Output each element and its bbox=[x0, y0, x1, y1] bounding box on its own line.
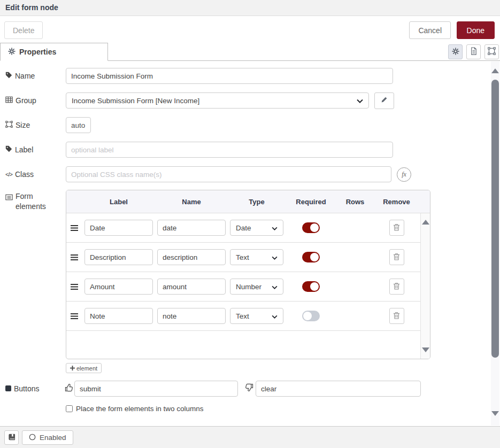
chevron-down-icon bbox=[357, 97, 363, 105]
add-element-button[interactable]: element bbox=[66, 363, 102, 373]
element-name-input[interactable] bbox=[157, 249, 226, 265]
element-type-select[interactable]: Number bbox=[230, 279, 283, 295]
two-columns-checkbox[interactable] bbox=[66, 405, 73, 412]
thumbs-down-icon bbox=[245, 383, 253, 394]
remove-element-button[interactable] bbox=[389, 220, 404, 236]
edit-group-button[interactable] bbox=[374, 92, 394, 109]
appearance-icon bbox=[488, 47, 496, 57]
two-columns-label: Place the form elements in two columns bbox=[76, 405, 204, 413]
drag-handle-icon[interactable] bbox=[66, 225, 82, 231]
chevron-down-icon bbox=[272, 224, 278, 232]
footer-bar: Enabled bbox=[0, 426, 500, 448]
remove-element-button[interactable] bbox=[389, 308, 404, 324]
scrollbar-thumb[interactable] bbox=[491, 80, 499, 358]
name-input[interactable] bbox=[66, 68, 393, 84]
dialog-title: Edit form node bbox=[0, 0, 500, 16]
properties-gear-button[interactable] bbox=[448, 44, 463, 59]
scroll-up-icon[interactable] bbox=[491, 68, 499, 73]
pencil-icon bbox=[381, 96, 388, 105]
edit-form-node-dialog: Edit form node Delete Cancel Done Proper… bbox=[0, 0, 500, 448]
done-button[interactable]: Done bbox=[457, 21, 495, 39]
document-icon bbox=[470, 47, 478, 57]
add-element-label: element bbox=[76, 365, 97, 372]
list-icon bbox=[5, 193, 13, 203]
buttons-field-label: Buttons bbox=[14, 384, 39, 393]
remove-element-button[interactable] bbox=[389, 249, 404, 265]
book-icon bbox=[8, 434, 16, 442]
group-field-label: Group bbox=[16, 96, 36, 105]
code-icon: </> bbox=[5, 171, 12, 177]
element-name-input[interactable] bbox=[157, 308, 226, 324]
drag-handle-icon[interactable] bbox=[66, 254, 82, 260]
chevron-down-icon bbox=[272, 312, 278, 320]
element-label-input[interactable] bbox=[84, 249, 153, 265]
action-bar: Delete Cancel Done bbox=[0, 17, 500, 43]
element-label-input[interactable] bbox=[84, 220, 153, 236]
delete-button[interactable]: Delete bbox=[4, 21, 43, 39]
label-input[interactable] bbox=[66, 142, 393, 158]
trash-icon bbox=[393, 223, 400, 233]
description-button[interactable] bbox=[466, 44, 481, 59]
chevron-down-icon bbox=[272, 253, 278, 261]
required-toggle[interactable] bbox=[302, 311, 320, 321]
appearance-button[interactable] bbox=[484, 44, 499, 59]
element-label-input[interactable] bbox=[84, 279, 153, 295]
drag-handle-icon[interactable] bbox=[66, 284, 82, 290]
col-required: Required bbox=[286, 198, 336, 206]
form-elements-table: Label Name Type Required Rows Remove D bbox=[66, 190, 430, 359]
enabled-toggle-button[interactable]: Enabled bbox=[22, 430, 73, 445]
element-row: Number bbox=[66, 272, 430, 302]
element-row: Text bbox=[66, 243, 430, 272]
col-name: Name bbox=[155, 198, 228, 206]
element-type-value: Text bbox=[236, 312, 249, 320]
name-field-label-row: Name bbox=[5, 72, 63, 80]
col-remove: Remove bbox=[374, 198, 419, 206]
size-input[interactable] bbox=[66, 117, 91, 133]
element-row: Date bbox=[66, 213, 430, 243]
cancel-button-input[interactable] bbox=[256, 381, 421, 397]
size-field-label: Size bbox=[16, 121, 30, 129]
group-select[interactable]: Income Submission Form [New Income] bbox=[66, 92, 369, 109]
element-type-value: Date bbox=[236, 224, 251, 232]
scroll-down-icon[interactable] bbox=[422, 347, 429, 352]
element-name-input[interactable] bbox=[157, 279, 226, 295]
drag-handle-icon[interactable] bbox=[66, 313, 82, 319]
tab-bar: Properties bbox=[0, 43, 500, 61]
square-icon bbox=[5, 384, 11, 393]
element-type-value: Text bbox=[236, 253, 249, 261]
class-expand-button[interactable]: fx bbox=[397, 167, 411, 182]
element-type-select[interactable]: Date bbox=[230, 220, 283, 236]
element-type-select[interactable]: Text bbox=[230, 308, 283, 324]
node-help-button[interactable] bbox=[4, 430, 19, 445]
table-icon bbox=[5, 96, 13, 105]
enabled-label: Enabled bbox=[40, 434, 66, 442]
element-type-select[interactable]: Text bbox=[230, 249, 283, 265]
label-field-label: Label bbox=[15, 145, 33, 154]
col-rows: Rows bbox=[336, 198, 374, 206]
remove-element-button[interactable] bbox=[389, 279, 404, 295]
trash-icon bbox=[393, 253, 400, 262]
class-input[interactable] bbox=[66, 166, 391, 182]
required-toggle[interactable] bbox=[302, 252, 320, 262]
form-elements-body: Date Text bbox=[66, 213, 430, 359]
scroll-up-icon[interactable] bbox=[422, 220, 429, 225]
trash-icon bbox=[393, 282, 400, 291]
cancel-button[interactable]: Cancel bbox=[409, 21, 451, 39]
scroll-down-icon[interactable] bbox=[491, 411, 499, 416]
element-name-input[interactable] bbox=[157, 220, 226, 236]
main-scrollbar[interactable] bbox=[491, 61, 499, 426]
fx-icon: fx bbox=[402, 171, 406, 179]
required-toggle[interactable] bbox=[302, 222, 320, 233]
tab-properties-label: Properties bbox=[19, 48, 56, 56]
tab-properties[interactable]: Properties bbox=[0, 43, 108, 61]
table-scrollbar[interactable] bbox=[420, 213, 430, 359]
form-elements-label: Form elements bbox=[16, 191, 63, 212]
tab-icon-buttons bbox=[448, 44, 499, 59]
name-field-label: Name bbox=[15, 72, 35, 80]
required-toggle[interactable] bbox=[302, 281, 320, 292]
submit-button-input[interactable] bbox=[74, 381, 238, 397]
tag-icon bbox=[5, 145, 12, 154]
two-columns-row: Place the form elements in two columns bbox=[66, 405, 204, 413]
form-elements-label-row: Form elements bbox=[5, 191, 63, 212]
element-label-input[interactable] bbox=[84, 308, 153, 324]
